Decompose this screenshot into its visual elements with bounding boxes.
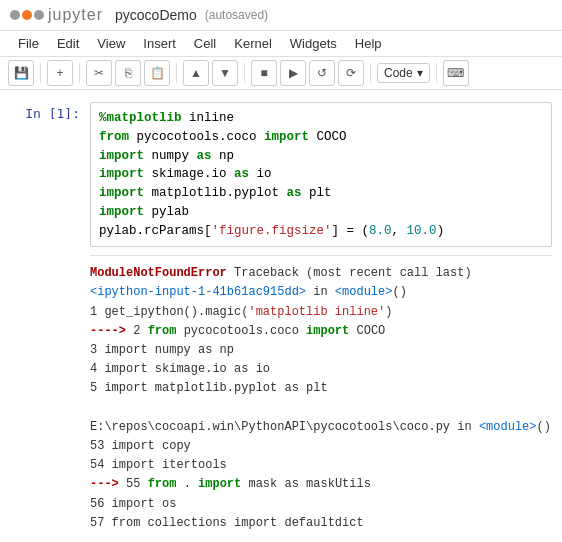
code-as-kw3: as bbox=[287, 186, 302, 200]
notebook-title[interactable]: pycocoDemo bbox=[115, 7, 197, 23]
code-np: np bbox=[212, 149, 235, 163]
cut-button[interactable]: ✂ bbox=[86, 60, 112, 86]
menubar: File Edit View Insert Cell Kernel Widget… bbox=[0, 31, 562, 57]
code-plt: plt bbox=[302, 186, 332, 200]
toolbar-sep-6 bbox=[436, 63, 437, 83]
code-numpy: numpy bbox=[144, 149, 197, 163]
tb-in2: in bbox=[450, 420, 479, 434]
menu-help[interactable]: Help bbox=[347, 33, 390, 54]
circle-right bbox=[34, 10, 44, 20]
error-type: ModuleNotFoundError bbox=[90, 266, 227, 280]
keyboard-shortcuts-button[interactable]: ⌨ bbox=[443, 60, 469, 86]
menu-widgets[interactable]: Widgets bbox=[282, 33, 345, 54]
tb-line-close1: ) bbox=[385, 305, 392, 319]
menu-file[interactable]: File bbox=[10, 33, 47, 54]
code-coco: COCO bbox=[309, 130, 347, 144]
traceback-line-12: 57 from collections import defaultdict bbox=[90, 514, 552, 533]
code-paren-close: ) bbox=[437, 224, 445, 238]
code-figsize-h: 10.0 bbox=[407, 224, 437, 238]
tb-paren1: () bbox=[392, 285, 406, 299]
menu-kernel[interactable]: Kernel bbox=[226, 33, 280, 54]
traceback-line-7: E:\repos\cocoapi.win\PythonAPI\pycocotoo… bbox=[90, 418, 552, 437]
cell-type-label: Code bbox=[384, 66, 413, 80]
toolbar-sep-3 bbox=[176, 63, 177, 83]
traceback-line-2: 1 get_ipython().magic('matplotlib inline… bbox=[90, 303, 552, 322]
tb-paren2: () bbox=[536, 420, 550, 434]
tb-from-kw2: from bbox=[148, 477, 177, 491]
code-skimage: skimage.io bbox=[144, 167, 234, 181]
move-down-button[interactable]: ▼ bbox=[212, 60, 238, 86]
main-content: In [1]: %matplotlib inline from pycocoto… bbox=[0, 90, 562, 542]
toolbar-sep-1 bbox=[40, 63, 41, 83]
code-from-kw: from bbox=[99, 130, 129, 144]
tb-path1: E:\repos\cocoapi.win\PythonAPI\pycocotoo… bbox=[90, 420, 450, 434]
traceback-line-3: ----> 2 from pycocotools.coco import COC… bbox=[90, 322, 552, 341]
tb-module2: <module> bbox=[479, 420, 537, 434]
toolbar-sep-4 bbox=[244, 63, 245, 83]
code-inline: inline bbox=[182, 111, 235, 125]
tb-line-55b: . bbox=[176, 477, 198, 491]
toolbar-sep-2 bbox=[79, 63, 80, 83]
tb-magic-str: 'matplotlib inline' bbox=[248, 305, 385, 319]
code-import-kw3: import bbox=[99, 167, 144, 181]
cell-type-dropdown[interactable]: Code ▾ bbox=[377, 63, 430, 83]
cell-prompt-1: In [1]: bbox=[0, 102, 90, 542]
traceback-label: Traceback (most recent call last) bbox=[234, 266, 472, 280]
restart-run-button[interactable]: ⟳ bbox=[338, 60, 364, 86]
code-import-kw2: import bbox=[99, 149, 144, 163]
add-cell-button[interactable]: + bbox=[47, 60, 73, 86]
arrow-2: ---> bbox=[90, 477, 119, 491]
error-output: ModuleNotFoundError Traceback (most rece… bbox=[90, 260, 552, 542]
paste-button[interactable]: 📋 bbox=[144, 60, 170, 86]
cell-body-1: %matplotlib inline from pycocotools.coco… bbox=[90, 102, 562, 542]
code-pylab: pylab bbox=[144, 205, 189, 219]
traceback-line-11: 56 import os bbox=[90, 495, 552, 514]
tb-line-55c: mask as maskUtils bbox=[241, 477, 371, 491]
menu-view[interactable]: View bbox=[89, 33, 133, 54]
traceback-line-6: 5 import matplotlib.pyplot as plt bbox=[90, 379, 552, 398]
code-mpl: matplotlib.pyplot bbox=[144, 186, 287, 200]
traceback-line-1: <ipython-input-1-41b61ac915dd> in <modul… bbox=[90, 283, 552, 302]
tb-import-kw2: import bbox=[198, 477, 241, 491]
traceback-line-8: 53 import copy bbox=[90, 437, 552, 456]
code-space1: pycocotools.coco bbox=[129, 130, 264, 144]
code-input-1[interactable]: %matplotlib inline from pycocotools.coco… bbox=[90, 102, 552, 247]
copy-button[interactable]: ⎘ bbox=[115, 60, 141, 86]
traceback-line-5: 4 import skimage.io as io bbox=[90, 360, 552, 379]
traceback-line-9: 54 import itertools bbox=[90, 456, 552, 475]
restart-button[interactable]: ↺ bbox=[309, 60, 335, 86]
menu-insert[interactable]: Insert bbox=[135, 33, 184, 54]
code-as-kw1: as bbox=[197, 149, 212, 163]
code-comma: , bbox=[392, 224, 407, 238]
code-cell-1: In [1]: %matplotlib inline from pycocoto… bbox=[0, 100, 562, 542]
traceback-line-4: 3 import numpy as np bbox=[90, 341, 552, 360]
toolbar-sep-5 bbox=[370, 63, 371, 83]
code-magic: %matplotlib bbox=[99, 111, 182, 125]
toolbar: 💾 + ✂ ⎘ 📋 ▲ ▼ ■ ▶ ↺ ⟳ Code ▾ ⌨ bbox=[0, 57, 562, 90]
save-button[interactable]: 💾 bbox=[8, 60, 34, 86]
move-up-button[interactable]: ▲ bbox=[183, 60, 209, 86]
dropdown-arrow-icon: ▾ bbox=[417, 66, 423, 80]
tb-line-2a: 2 bbox=[126, 324, 148, 338]
topbar: jupyter pycocoDemo (autosaved) bbox=[0, 0, 562, 31]
tb-line-55a: 55 bbox=[119, 477, 148, 491]
autosaved-label: (autosaved) bbox=[205, 8, 268, 22]
ipython-ref: <ipython-input-1-41b61ac915dd> bbox=[90, 285, 306, 299]
tb-line-2c: COCO bbox=[349, 324, 385, 338]
jupyter-logo: jupyter bbox=[10, 6, 103, 24]
tb-line-2b: pycocotools.coco bbox=[176, 324, 306, 338]
run-stop-button[interactable]: ■ bbox=[251, 60, 277, 86]
code-assign: ] = ( bbox=[332, 224, 370, 238]
code-as-kw2: as bbox=[234, 167, 249, 181]
tb-line-num1: 1 get_ipython().magic( bbox=[90, 305, 248, 319]
circle-center bbox=[22, 10, 32, 20]
jupyter-wordmark: jupyter bbox=[48, 6, 103, 24]
menu-cell[interactable]: Cell bbox=[186, 33, 224, 54]
code-io: io bbox=[249, 167, 272, 181]
menu-edit[interactable]: Edit bbox=[49, 33, 87, 54]
jupyter-logo-circles bbox=[10, 10, 44, 20]
code-import-kw5: import bbox=[99, 205, 144, 219]
run-button[interactable]: ▶ bbox=[280, 60, 306, 86]
code-rcparams: pylab.rcParams[ bbox=[99, 224, 212, 238]
tb-in: in bbox=[306, 285, 335, 299]
